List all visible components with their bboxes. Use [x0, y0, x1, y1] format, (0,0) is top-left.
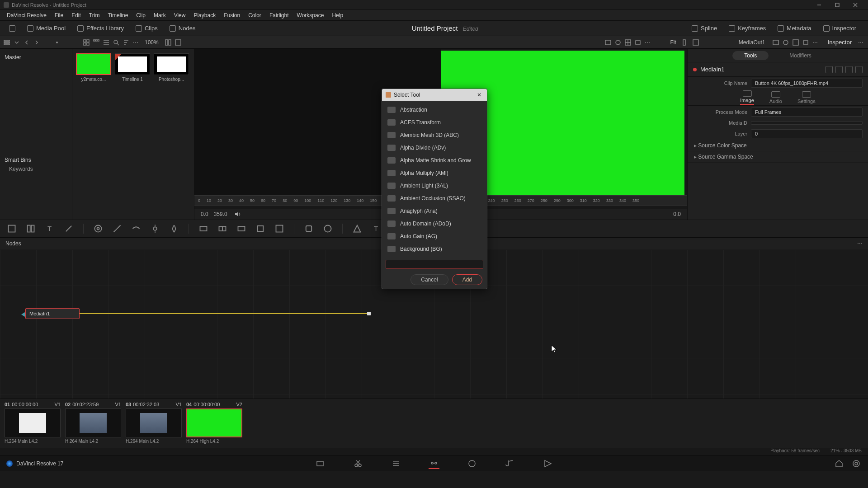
shelf-tool[interactable] [132, 224, 141, 233]
viewer2-a-icon[interactable] [683, 39, 689, 46]
shelf-tool[interactable] [218, 224, 227, 233]
viewer-fit-icon[interactable] [605, 39, 611, 46]
effects-library-toggle[interactable]: Effects Library [73, 23, 128, 33]
layer-select[interactable]: 0 [751, 129, 863, 138]
nav-next-icon[interactable] [33, 39, 40, 46]
grid-large-icon[interactable] [83, 39, 90, 46]
node-mediain1[interactable]: MediaIn1 [25, 308, 80, 319]
dialog-cancel-button[interactable]: Cancel [410, 274, 448, 285]
grid-small-icon[interactable] [93, 39, 99, 46]
menu-clip[interactable]: Clip [132, 12, 150, 19]
page-media[interactable] [315, 458, 326, 469]
shelf-tool[interactable] [199, 224, 208, 233]
clip-name-field[interactable]: Button 4K 60fps_1080pFHR.mp4 [751, 79, 863, 88]
smart-bin-item[interactable]: Keywords [5, 163, 67, 175]
tool-list-item[interactable]: Auto Domain (ADoD) [382, 217, 487, 230]
exp-source-color[interactable]: Source Color Space [688, 140, 868, 151]
viewer-grid-icon[interactable] [625, 39, 631, 46]
viewer2-tool-icon[interactable] [783, 39, 789, 46]
zoom-value[interactable]: 100% [142, 39, 161, 46]
menu-file[interactable]: File [51, 12, 67, 19]
subtab-audio[interactable]: Audio [769, 91, 782, 104]
layout-a-icon[interactable] [165, 39, 171, 46]
versions-button[interactable] [826, 66, 833, 73]
nodes-options-icon[interactable]: ⋯ [857, 240, 863, 247]
inspector-toggle[interactable]: Inspector [819, 23, 861, 33]
tool-list-item[interactable]: Alpha Multiply (AMl) [382, 167, 487, 179]
shelf-tool[interactable] [353, 224, 362, 233]
settings-button[interactable] [851, 458, 862, 469]
nav-prev-icon[interactable] [24, 39, 30, 46]
menu-color[interactable]: Color [244, 12, 265, 19]
sort-icon[interactable] [123, 39, 129, 46]
subtab-settings[interactable]: Settings [797, 91, 816, 104]
tool-list-item[interactable]: Alembic Mesh 3D (ABC) [382, 129, 487, 141]
menu-fusion[interactable]: Fusion [220, 12, 244, 19]
menu-workspace[interactable]: Workspace [293, 12, 328, 19]
tool-list-item[interactable]: Abstraction [382, 103, 487, 116]
menu-fairlight[interactable]: Fairlight [265, 12, 293, 19]
tool-list-item[interactable]: Anaglyph (Ana) [382, 205, 487, 217]
node-wire[interactable] [80, 313, 369, 314]
home-button[interactable] [834, 458, 844, 469]
clip-thumb[interactable]: 0300:02:32:03V1H.264 Main L4.2 [126, 402, 182, 446]
media-id-field[interactable] [751, 121, 863, 125]
shelf-tool[interactable] [7, 224, 16, 233]
dialog-search-input[interactable] [386, 260, 483, 269]
minimize-button[interactable] [810, 0, 828, 10]
shelf-tool[interactable] [275, 224, 284, 233]
paint-tool-icon[interactable] [64, 224, 73, 233]
tool-list-item[interactable]: Auto Gain (AG) [382, 230, 487, 243]
text3d-icon[interactable]: T [372, 224, 381, 233]
pin-button[interactable] [835, 66, 843, 73]
inspector-tab-modifiers[interactable]: Modifiers [778, 51, 823, 60]
page-fusion[interactable] [429, 458, 439, 469]
tool-list-item[interactable]: ACES Transform [382, 116, 487, 129]
reset-button[interactable] [855, 66, 863, 73]
menu-app[interactable]: DaVinci Resolve [3, 12, 51, 19]
shelf-tool[interactable] [237, 224, 246, 233]
media-root[interactable]: Master [5, 52, 67, 62]
nodes-toggle[interactable]: Nodes [165, 23, 200, 33]
tracker-icon[interactable] [94, 224, 103, 233]
speaker-icon[interactable] [235, 211, 241, 217]
clip-thumb[interactable]: 0100:00:00:00V1H.264 Main L4.2 [5, 402, 61, 446]
list-icon[interactable] [4, 39, 10, 46]
lock-button[interactable] [845, 66, 853, 73]
chevron-down-icon[interactable] [14, 39, 20, 46]
page-edit[interactable] [391, 458, 401, 469]
text-tool-icon[interactable]: T [45, 224, 54, 233]
shelf-tool[interactable] [256, 224, 265, 233]
menu-timeline[interactable]: Timeline [104, 12, 132, 19]
dialog-close-button[interactable]: ✕ [475, 91, 483, 99]
media-thumb[interactable]: Timeline 1 [115, 53, 150, 82]
tool-list-item[interactable]: Ambient Light (3AL) [382, 179, 487, 192]
list-view-icon[interactable] [103, 39, 109, 46]
close-button[interactable] [846, 0, 864, 10]
maximize-button[interactable] [828, 0, 846, 10]
page-color[interactable] [467, 458, 477, 469]
viewer2-frame-icon[interactable] [802, 39, 809, 46]
viewer-tool-icon[interactable] [615, 39, 621, 46]
menu-view[interactable]: View [170, 12, 190, 19]
dialog-titlebar[interactable]: Select Tool ✕ [382, 89, 487, 101]
search-icon[interactable] [113, 39, 119, 46]
shelf-tool[interactable] [323, 224, 332, 233]
viewer2-grid-icon[interactable] [793, 39, 799, 46]
dialog-add-button[interactable]: Add [452, 274, 482, 285]
menu-help[interactable]: Help [328, 12, 347, 19]
media-thumb[interactable]: y2mate.co... [76, 53, 111, 82]
blur-icon[interactable] [170, 224, 179, 233]
shelf-tool[interactable] [113, 224, 122, 233]
light-icon[interactable] [151, 224, 160, 233]
keyframes-toggle[interactable]: Keyframes [724, 23, 770, 33]
expand-button[interactable] [5, 23, 20, 33]
shelf-tool[interactable] [26, 224, 35, 233]
inspector-tab-tools[interactable]: Tools [732, 51, 769, 60]
tool-list-item[interactable]: Ambient Occlusion (SSAO) [382, 192, 487, 205]
page-deliver[interactable] [542, 458, 553, 469]
subtab-image[interactable]: Image [740, 90, 754, 105]
media-pool-toggle[interactable]: Media Pool [23, 23, 70, 33]
menu-mark[interactable]: Mark [150, 12, 170, 19]
fit-label[interactable]: Fit [667, 39, 679, 46]
